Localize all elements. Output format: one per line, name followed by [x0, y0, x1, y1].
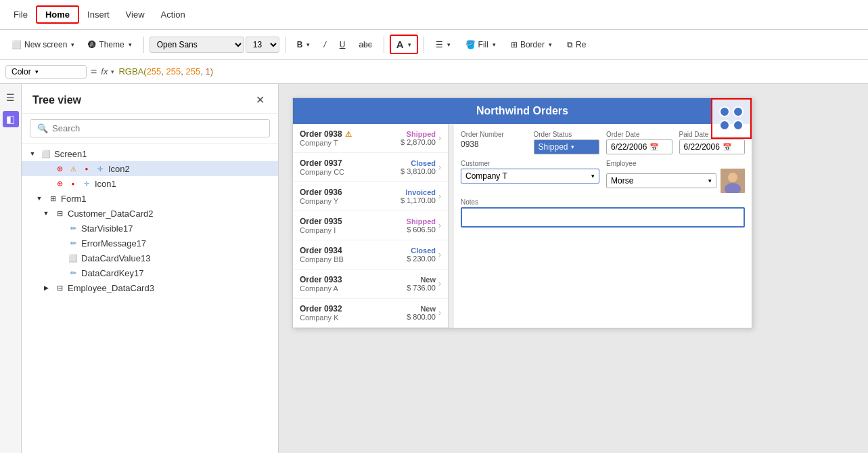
- rgba-r: 255: [147, 66, 162, 77]
- order-row[interactable]: Order 0936 Company Y Invoiced $ 1,170.00…: [293, 182, 448, 211]
- tree-item-errormessage17[interactable]: ✏ ErrorMessage17: [22, 236, 278, 251]
- fill-icon: 🪣: [465, 40, 476, 49]
- icon2-label: Icon2: [108, 164, 273, 174]
- order-row[interactable]: Order 0932 Company K New $ 800.00 ›: [293, 299, 448, 328]
- menu-home[interactable]: Home: [36, 5, 79, 24]
- border-button[interactable]: ⊞ Border ▾: [505, 37, 558, 53]
- theme-button[interactable]: 🅐 Theme ▾: [82, 37, 137, 53]
- rgba-comma2: ,: [181, 66, 185, 77]
- screen1-label: Screen1: [54, 149, 273, 159]
- underline-icon: U: [340, 40, 346, 49]
- font-color-button[interactable]: A ▾: [390, 35, 418, 54]
- tree-item-icon1[interactable]: ⊕ ● ✛ Icon1: [22, 176, 278, 191]
- tree-item-datacardvalue13[interactable]: ⬜ DataCardValue13: [22, 251, 278, 265]
- tree-item-starvisible17[interactable]: ✏ StarVisible17: [22, 221, 278, 236]
- reorder-button[interactable]: ⧉ Re: [561, 37, 592, 53]
- calendar-icon: 📅: [649, 143, 659, 152]
- formula-bar: Color ▾ = fx ▾ RGBA(255, 255, 255, 1): [0, 60, 868, 84]
- employee-datacard3-label: Employee_DataCard3: [68, 283, 273, 293]
- border-label: Border: [520, 40, 545, 49]
- font-selector[interactable]: Open Sans: [150, 37, 244, 53]
- chevron-down-icon: ▾: [571, 144, 574, 150]
- underline-button[interactable]: U: [334, 37, 352, 53]
- order-num: Order 0934: [300, 246, 407, 255]
- separator-1: [143, 37, 144, 53]
- left-rail: ☰ ◧: [0, 84, 22, 453]
- theme-label: Theme: [99, 40, 124, 49]
- order-amount: $ 230.00: [407, 255, 436, 263]
- order-date-input[interactable]: 6/22/2006 📅: [606, 139, 672, 154]
- customer-select[interactable]: Company T ▾: [461, 169, 599, 184]
- menu-insert[interactable]: Insert: [79, 7, 118, 22]
- paid-date-input[interactable]: 6/22/2006 📅: [679, 139, 746, 154]
- chevron-right-icon: ›: [438, 192, 441, 201]
- order-status-select[interactable]: Shipped ▾: [534, 139, 600, 154]
- order-row[interactable]: Order 0937 Company CC Closed $ 3,810.00 …: [293, 153, 448, 182]
- menu-view[interactable]: View: [118, 7, 153, 22]
- form1-label: Form1: [61, 194, 273, 204]
- fx-button[interactable]: fx ▾: [101, 66, 114, 77]
- order-row[interactable]: Order 0938 ⚠ Company T Shipped $ 2,870.0…: [293, 124, 448, 153]
- chevron-down-icon: ▾: [493, 41, 496, 48]
- rail-menu-icon[interactable]: ☰: [3, 89, 19, 106]
- order-row[interactable]: Order 0934 Company BB Closed $ 230.00 ›: [293, 240, 448, 269]
- rail-layers-icon[interactable]: ◧: [3, 111, 19, 127]
- order-row[interactable]: Order 0933 Company A New $ 736.00 ›: [293, 269, 448, 299]
- red-dot-icon: ●: [68, 178, 78, 189]
- spacer: [41, 163, 51, 174]
- tree-item-customer-datacard2[interactable]: ▼ ⊟ Customer_DataCard2: [22, 206, 278, 221]
- field-order-status: Order Status Shipped ▾: [534, 131, 600, 154]
- theme-icon: 🅐: [88, 40, 96, 49]
- toolbar-group-format: B ▾ / U abc: [291, 37, 378, 53]
- employee-select[interactable]: Morse ▾: [606, 173, 716, 188]
- expand-icon: ▼: [34, 193, 45, 204]
- order-status-amount: New $ 800.00: [407, 305, 436, 321]
- order-number-label: Order Number: [461, 131, 527, 138]
- order-status: Closed: [407, 246, 436, 255]
- spacer: [54, 238, 65, 249]
- tree-item-icon2[interactable]: ⊕ ⚠ ● ✛ Icon2: [22, 161, 278, 176]
- menu-action[interactable]: Action: [153, 7, 193, 22]
- search-input[interactable]: [52, 123, 262, 133]
- customer-value: Company T: [465, 171, 507, 181]
- icon-dot-tr: [733, 106, 744, 117]
- tree-close-button[interactable]: ✕: [253, 92, 267, 108]
- toolbar-group-font: Open Sans 13: [150, 37, 279, 53]
- strikethrough-button[interactable]: abc: [352, 37, 378, 53]
- reorder-label: Re: [576, 40, 586, 49]
- tree-item-employee-datacard3[interactable]: ▶ ⊟ Employee_DataCard3: [22, 280, 278, 295]
- order-status: Closed: [401, 159, 436, 167]
- warning-icon: ⚠: [68, 163, 78, 174]
- order-amount: $ 736.00: [407, 284, 436, 292]
- list-scrollbar[interactable]: [449, 124, 454, 328]
- order-num-text: Order 0938: [300, 129, 342, 139]
- property-label: Color: [12, 67, 31, 77]
- new-screen-button[interactable]: ⬜ New screen ▾: [5, 37, 81, 53]
- search-box: 🔍: [30, 119, 270, 137]
- order-amount: $ 606.50: [407, 225, 436, 234]
- font-size-selector[interactable]: 13: [246, 37, 279, 53]
- rgba-a: 1: [205, 66, 210, 77]
- order-row[interactable]: Order 0935 Company I Shipped $ 606.50 ›: [293, 211, 448, 240]
- order-status: New: [407, 276, 436, 284]
- property-selector[interactable]: Color ▾: [5, 65, 87, 79]
- bold-button[interactable]: B ▾: [291, 37, 317, 53]
- northwind-app: Northwind Orders Order 0938 ⚠: [292, 98, 752, 328]
- tree-item-datacardkey17[interactable]: ✏ DataCardKey17: [22, 265, 278, 280]
- search-icon: 🔍: [37, 123, 48, 133]
- notes-input[interactable]: [461, 207, 745, 228]
- tree-item-screen1[interactable]: ▼ ⬜ Screen1: [22, 146, 278, 161]
- spacer: [54, 267, 65, 278]
- fill-button[interactable]: 🪣 Fill ▾: [459, 37, 502, 53]
- spacer: [41, 178, 51, 189]
- italic-button[interactable]: /: [317, 37, 332, 53]
- errormessage17-label: ErrorMessage17: [81, 238, 273, 249]
- order-list: Order 0938 ⚠ Company T Shipped $ 2,870.0…: [293, 124, 449, 328]
- order-status: New: [407, 305, 436, 313]
- menu-file[interactable]: File: [5, 7, 36, 22]
- tree-item-form1[interactable]: ▼ ⊞ Form1: [22, 191, 278, 206]
- order-status-amount: Shipped $ 2,870.00: [401, 130, 436, 146]
- order-num: Order 0938 ⚠: [300, 129, 401, 139]
- order-info: Order 0934 Company BB: [300, 246, 407, 263]
- align-button[interactable]: ☰ ▾: [430, 37, 457, 53]
